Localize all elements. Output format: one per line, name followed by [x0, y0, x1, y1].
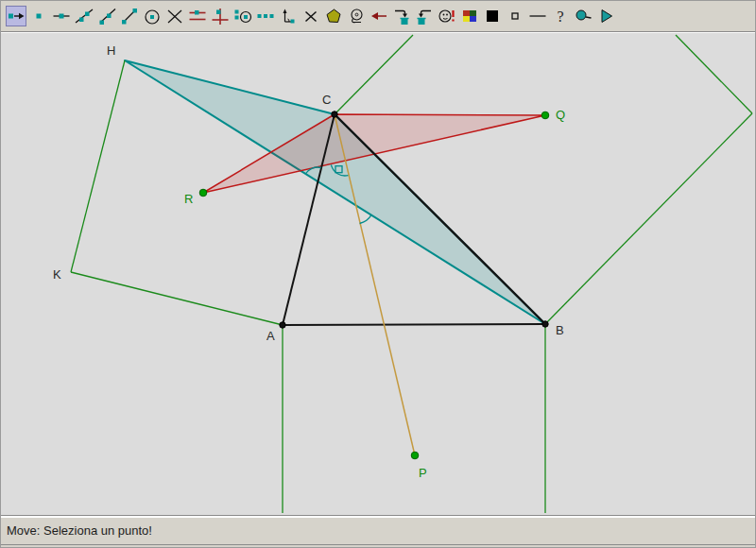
- trace-icon: [256, 7, 275, 26]
- segment-B-corner[interactable]: [545, 113, 752, 324]
- line-style-icon: [528, 7, 547, 26]
- delete-icon: [301, 7, 320, 26]
- perpendicular-icon: [211, 7, 230, 26]
- point-label-H: H: [107, 43, 115, 58]
- tool-segment[interactable]: [119, 6, 140, 26]
- color-palette-icon: [460, 7, 479, 26]
- point-icon: [29, 7, 48, 26]
- toolbar: ?: [1, 1, 755, 31]
- tool-midpoint[interactable]: [51, 6, 72, 26]
- midpoint-icon: [52, 7, 71, 26]
- tool-fixed-circle[interactable]: [232, 6, 253, 26]
- tool-redo-delete[interactable]: [391, 6, 412, 26]
- tool-intersection[interactable]: [164, 6, 185, 26]
- tool-run[interactable]: [595, 6, 616, 26]
- comment-icon: [438, 7, 456, 26]
- redo-delete-icon: [392, 7, 411, 26]
- fixed-circle-icon: [233, 7, 252, 26]
- status-message: Move: Seleziona un punto!: [7, 523, 152, 538]
- tool-color-black[interactable]: [482, 6, 503, 26]
- zoom-icon: [574, 7, 593, 26]
- point-label-C: C: [322, 93, 331, 107]
- tool-parallel[interactable]: [187, 6, 208, 26]
- segment-corner-top[interactable]: [676, 35, 752, 113]
- tool-line-style[interactable]: [527, 6, 548, 26]
- tool-perpendicular[interactable]: [210, 6, 231, 26]
- back-icon: [369, 7, 388, 26]
- tool-trace[interactable]: [255, 6, 276, 26]
- point-label-P: P: [419, 466, 427, 480]
- point-label-Q: Q: [556, 108, 565, 122]
- tool-ray[interactable]: [96, 6, 117, 26]
- tool-color-palette[interactable]: [459, 6, 480, 26]
- parallel-icon: [188, 7, 207, 26]
- run-icon: [596, 7, 615, 26]
- tool-delete[interactable]: [301, 6, 321, 26]
- tool-line[interactable]: [74, 6, 94, 26]
- app-window: ? ABCHKPQR Move: Seleziona un punto!: [0, 0, 756, 548]
- angle-arc-HB-CP[interactable]: [360, 215, 371, 224]
- tool-circle[interactable]: [142, 6, 163, 26]
- tool-point[interactable]: [28, 6, 49, 26]
- point-R[interactable]: [199, 189, 207, 197]
- color-black-icon: [483, 7, 502, 26]
- tool-undo-delete[interactable]: [414, 6, 435, 26]
- undo-delete-icon: [415, 7, 434, 26]
- point-Q[interactable]: [541, 111, 549, 119]
- move-icon: [7, 7, 26, 26]
- triangle-side-CB[interactable]: [335, 114, 545, 324]
- canvas-area: ABCHKPQR: [1, 33, 755, 515]
- tool-move[interactable]: [6, 6, 26, 26]
- segment-KH[interactable]: [71, 60, 125, 272]
- tool-back[interactable]: [369, 6, 389, 26]
- status-bar: Move: Seleziona un punto!: [1, 517, 755, 545]
- point-label-B: B: [556, 323, 564, 337]
- intersection-icon: [165, 7, 184, 26]
- tool-help[interactable]: ?: [550, 6, 571, 26]
- line-icon: [75, 7, 94, 26]
- point-A[interactable]: [280, 322, 285, 328]
- tool-comment[interactable]: [437, 6, 457, 26]
- polygon-icon: [324, 7, 343, 26]
- tool-point-style[interactable]: [505, 6, 525, 26]
- macro-icon: [347, 7, 366, 26]
- point-label-K: K: [53, 267, 61, 282]
- tool-macro[interactable]: [346, 6, 367, 26]
- svg-text:?: ?: [557, 9, 563, 25]
- triangle-side-AB[interactable]: [283, 324, 545, 325]
- segment-icon: [120, 7, 139, 26]
- point-label-R: R: [184, 192, 193, 206]
- point-C[interactable]: [332, 111, 337, 117]
- segment-C-top[interactable]: [335, 35, 413, 114]
- circle-icon: [143, 7, 162, 26]
- tool-angle[interactable]: [278, 6, 299, 26]
- point-P[interactable]: [411, 452, 419, 459]
- help-icon: ?: [551, 7, 570, 26]
- tool-zoom[interactable]: [573, 6, 593, 26]
- segment-AK[interactable]: [71, 272, 283, 325]
- ray-icon: [97, 7, 116, 26]
- point-style-icon: [506, 7, 524, 26]
- tool-polygon[interactable]: [323, 6, 344, 26]
- point-label-A: A: [266, 329, 275, 343]
- angle-icon: [279, 7, 298, 26]
- point-B[interactable]: [542, 321, 548, 327]
- drawing-canvas[interactable]: ABCHKPQR: [1, 33, 753, 515]
